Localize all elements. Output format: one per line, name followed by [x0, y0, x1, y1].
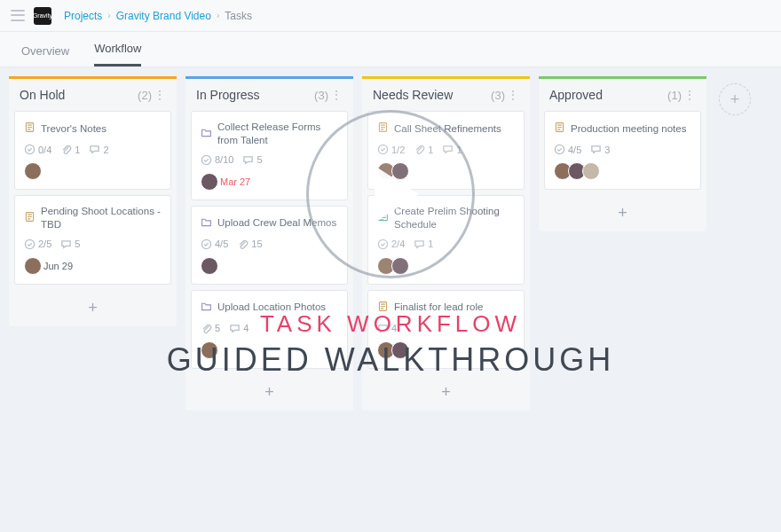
- checklist-count: 4/5: [554, 144, 581, 155]
- note-icon: [24, 121, 36, 137]
- comment-count: 2: [89, 144, 108, 155]
- add-card-button[interactable]: +: [362, 374, 530, 411]
- card-header: Collect Release Forms from Talent: [201, 121, 338, 147]
- column-header: Approved (1) ⋮: [539, 76, 706, 111]
- menu-icon[interactable]: [11, 9, 25, 23]
- add-column-button[interactable]: +: [719, 83, 751, 115]
- svg-point-1: [25, 145, 34, 153]
- add-card-button[interactable]: +: [9, 290, 177, 326]
- card-title: Pending Shoot Locations - TBD: [41, 205, 162, 231]
- avatars: [554, 162, 691, 180]
- avatar: [391, 341, 409, 359]
- column-menu-icon[interactable]: ⋮: [507, 88, 519, 102]
- checklist-count: 4/5: [201, 239, 228, 250]
- column-menu-icon[interactable]: ⋮: [683, 88, 696, 102]
- column-count: (2): [138, 89, 152, 102]
- brand-badge: Gravity: [34, 7, 51, 25]
- task-card[interactable]: Trevor's Notes 0/412: [14, 111, 171, 190]
- tab-workflow[interactable]: Workflow: [94, 42, 141, 66]
- avatar: [201, 257, 218, 275]
- avatars: [201, 341, 338, 359]
- card-title: Trevor's Notes: [41, 122, 106, 136]
- card-title: Upload Location Photos: [217, 301, 326, 314]
- avatar: [201, 173, 218, 191]
- cards-list: Trevor's Notes 0/412 Pending Shoot Locat…: [9, 111, 177, 290]
- note-icon: [377, 300, 389, 316]
- svg-point-3: [25, 239, 34, 248]
- column-count: (3): [491, 89, 505, 102]
- svg-point-4: [201, 155, 210, 164]
- add-card-button[interactable]: +: [539, 195, 706, 231]
- column-count: (3): [314, 89, 328, 102]
- avatars: Jun 29: [24, 257, 162, 275]
- folder-icon: [201, 215, 212, 231]
- column-on-hold: On Hold (2) ⋮ Trevor's Notes 0/412 Pendi…: [9, 76, 177, 326]
- card-meta: 4/53: [554, 144, 691, 155]
- add-card-button[interactable]: +: [185, 374, 353, 411]
- card-meta: 54: [201, 323, 338, 334]
- attachment-count: 15: [237, 239, 262, 250]
- task-card[interactable]: Production meeting notes 4/53: [544, 111, 701, 190]
- column-header: On Hold (2) ⋮: [9, 76, 177, 111]
- breadcrumb-projects[interactable]: Projects: [64, 10, 102, 22]
- card-header: Upload Location Photos: [201, 300, 338, 316]
- avatars: [377, 341, 515, 359]
- svg-point-12: [555, 145, 564, 153]
- tab-overview[interactable]: Overview: [21, 44, 69, 66]
- avatar: [24, 162, 42, 180]
- avatar: [24, 257, 42, 275]
- play-button[interactable]: [306, 110, 475, 278]
- avatars: [24, 162, 162, 180]
- tabs: Overview Workflow: [0, 32, 781, 67]
- column-approved: Approved (1) ⋮ Production meeting notes …: [539, 76, 706, 231]
- card-meta: 4/515: [201, 239, 338, 250]
- chevron-right-icon: ›: [107, 11, 110, 20]
- card-header: Trevor's Notes: [24, 121, 162, 137]
- top-bar: Gravity Projects › Gravity Brand Video ›…: [0, 0, 781, 32]
- column-title: In Progress: [196, 88, 260, 102]
- column-title: Needs Review: [373, 88, 453, 102]
- task-card[interactable]: Pending Shoot Locations - TBD 2/55 Jun 2…: [14, 195, 171, 285]
- card-header: Finalist for lead role: [377, 300, 515, 316]
- comment-count: 5: [60, 239, 80, 250]
- svg-point-5: [201, 239, 210, 248]
- chevron-right-icon: ›: [217, 11, 219, 20]
- column-count: (1): [667, 89, 682, 102]
- avatar: [582, 162, 600, 180]
- card-title: Collect Release Forms from Talent: [217, 121, 338, 147]
- column-menu-icon[interactable]: ⋮: [330, 88, 343, 102]
- column-header: In Progress (3) ⋮: [185, 76, 353, 111]
- checklist-count: 2/5: [24, 239, 51, 250]
- avatars: [201, 257, 338, 275]
- folder-icon: [201, 300, 212, 316]
- note-icon: [24, 210, 36, 226]
- comment-count: 5: [242, 154, 262, 166]
- attachment-count: 1: [60, 144, 80, 155]
- folder-icon: [201, 126, 212, 142]
- checklist-count: 0/4: [24, 144, 51, 155]
- card-header: Pending Shoot Locations - TBD: [24, 205, 162, 231]
- column-menu-icon[interactable]: ⋮: [154, 88, 166, 102]
- comment-count: 4: [229, 323, 248, 334]
- checklist-count: 8/10: [201, 154, 233, 166]
- breadcrumb-current: Tasks: [225, 10, 252, 22]
- card-title: Finalist for lead role: [394, 301, 483, 314]
- column-title: On Hold: [20, 88, 65, 102]
- column-title: Approved: [549, 88, 603, 102]
- column-header: Needs Review (3) ⋮: [362, 76, 530, 111]
- card-title: Production meeting notes: [571, 122, 686, 136]
- task-card[interactable]: Finalist for lead role 4: [367, 290, 525, 369]
- comment-count: 4: [377, 323, 397, 334]
- avatar: [201, 341, 218, 359]
- due-date: Jun 29: [43, 261, 73, 271]
- due-date: Mar 27: [220, 176, 250, 187]
- card-header: Production meeting notes: [554, 121, 691, 137]
- note-icon: [554, 121, 565, 137]
- breadcrumb-project[interactable]: Gravity Brand Video: [116, 10, 211, 22]
- play-icon: [375, 166, 419, 223]
- attachment-count: 5: [201, 323, 220, 334]
- comment-count: 3: [590, 144, 610, 155]
- task-card[interactable]: Upload Location Photos 54: [191, 290, 348, 369]
- card-meta: 0/412: [24, 144, 162, 155]
- cards-list: Production meeting notes 4/53: [539, 111, 706, 195]
